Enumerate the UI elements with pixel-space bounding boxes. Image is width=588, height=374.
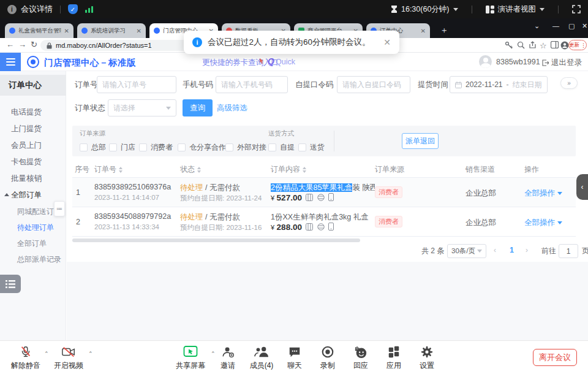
pickup-code-input[interactable] (337, 76, 410, 93)
order-price: ¥ 527.00 (271, 193, 334, 202)
page-size-select[interactable]: 30条/页 (447, 244, 486, 258)
apps-button[interactable]: 应用 (380, 345, 408, 371)
list-icon: ≔ (56, 205, 62, 212)
col-status[interactable]: 状态 (180, 161, 201, 178)
goto-page-input[interactable] (559, 244, 578, 258)
next-page-icon[interactable]: › (526, 246, 528, 254)
source-badge-wrap: 消费者 (375, 186, 402, 198)
browser-update-button[interactable]: 更新 ⋮ (568, 40, 587, 50)
dispatch-return-button[interactable]: 派单退回 (402, 133, 439, 149)
members-icon (254, 345, 270, 359)
sidebar-item-batch-verify[interactable]: 批量核销 (0, 170, 66, 187)
sidebar-item-member-visit[interactable]: 会员上门 (0, 137, 66, 154)
meeting-top-bar: i 会议详情 ✓ 16:30(60分钟) 演讲者视图 (0, 0, 588, 18)
meeting-detail-link[interactable]: 会议详情 (21, 4, 53, 15)
search-button[interactable]: 查询 (183, 99, 213, 116)
camera-off-icon (61, 345, 76, 359)
tab-close-icon[interactable]: ✕ (64, 28, 69, 34)
chat-button[interactable]: 聊天 (281, 345, 309, 371)
sort-icon[interactable] (119, 167, 123, 173)
current-page[interactable]: 1 (510, 246, 514, 254)
row-action-dropdown[interactable]: 全部操作 (524, 218, 562, 228)
sidebar-handle-toggle[interactable]: ≔ (54, 201, 65, 216)
browser-tab-1[interactable]: 礼盒营销平台管理中心 ✕ (5, 23, 74, 38)
reload-icon[interactable]: ↻ (31, 40, 37, 49)
table-horizontal-scrollbar[interactable] (72, 239, 360, 242)
mobile-phone-icon (328, 223, 334, 231)
table-row: 1 83859389251069376a 2023-11-21 14:14:07… (72, 178, 576, 207)
sidebar-item-phone-pickup[interactable]: 电话提货 (0, 104, 66, 121)
browser-tab-2[interactable]: 系统培训学习 ✕ (77, 23, 146, 38)
coupon-grid-icon (306, 194, 313, 201)
sort-icon[interactable] (303, 167, 306, 173)
browser-profile-icon[interactable] (560, 41, 569, 51)
view-mode-dropdown[interactable]: 演讲者视图 (486, 4, 545, 15)
right-panel-handle[interactable]: ‹ (576, 174, 588, 200)
share-screen-button[interactable]: 共享屏幕 (172, 345, 209, 371)
meeting-security-shield-icon[interactable]: ✓ (68, 4, 78, 14)
back-icon[interactable]: ← (6, 40, 14, 49)
record-button[interactable]: 录制 (312, 345, 343, 371)
filter-collapse-pill[interactable]: » (560, 77, 578, 89)
password-key-icon[interactable] (505, 41, 513, 50)
speaker-view-icon (486, 6, 494, 13)
start-video-button[interactable]: 开启视频 (49, 345, 88, 371)
side-panel-icon[interactable] (551, 41, 559, 50)
sidebar-item-door-pickup[interactable]: 上门提货 (0, 121, 66, 137)
meeting-timer-dropdown[interactable]: 16:30(60分钟) (391, 4, 458, 15)
pickup-date-range[interactable]: 2022-11-21 - 结束日期 (450, 76, 548, 93)
col-channel: 销售渠道 (466, 161, 495, 178)
meeting-list-widget[interactable] (0, 275, 21, 293)
col-content[interactable]: 订单内容 (271, 161, 306, 178)
mute-options-caret[interactable]: ⌃ (44, 351, 49, 357)
checkbox-hq[interactable]: 总部 (80, 142, 106, 153)
checkbox-consumer[interactable]: 消费者 (139, 142, 173, 153)
video-options-caret[interactable]: ⌃ (88, 351, 93, 357)
tab-close-icon[interactable]: ✕ (421, 28, 426, 34)
window-maximize-button[interactable]: ▢ (568, 22, 575, 30)
quick-label[interactable]: Quick (276, 58, 295, 66)
kebab-menu-icon: ⋮ (581, 42, 586, 48)
phone-input[interactable] (216, 76, 288, 93)
forward-icon[interactable]: → (18, 40, 26, 49)
end-date-placeholder: 结束日期 (513, 80, 542, 90)
sidebar-item-card-pickup[interactable]: 卡包提货 (0, 154, 66, 170)
invite-button[interactable]: 邀请 (214, 345, 241, 371)
share-icon[interactable] (529, 41, 537, 50)
order-no-input[interactable] (97, 76, 176, 93)
reactions-button[interactable]: 回应 (347, 345, 375, 371)
unmute-button[interactable]: 解除静音 (6, 345, 45, 371)
checkbox-external[interactable]: 外部对接 (225, 142, 266, 153)
tab-close-icon[interactable]: ✕ (137, 28, 141, 34)
sidebar-subitem-pending-orders[interactable]: 待处理订单 (0, 219, 66, 235)
advanced-filter-link[interactable]: 高级筛选 (217, 99, 247, 116)
order-status-label: 订单状态 (75, 99, 105, 116)
bookmark-star-icon[interactable]: ☆ (540, 41, 547, 50)
settings-button[interactable]: 设置 (413, 345, 441, 371)
logout-button[interactable]: 退出登录 (542, 58, 582, 68)
sidebar-collapse-button[interactable] (0, 53, 21, 71)
new-tab-button[interactable]: ＋ (440, 26, 448, 34)
chevron-down-icon (557, 192, 562, 195)
checkbox-warehouse-share[interactable]: 仓分享合作 (178, 142, 226, 153)
col-order-no[interactable]: 订单号 (94, 161, 123, 178)
window-minimize-button[interactable]: — (552, 22, 559, 29)
order-created-time: 2023-11-21 14:14:07 (94, 194, 159, 201)
sidebar-subitem-hq-dispatch-log[interactable]: 总部派单记录 (0, 251, 66, 267)
order-status-select[interactable]: 请选择 (108, 99, 176, 116)
members-button[interactable]: 成员(4) (244, 345, 279, 371)
checkbox-delivery[interactable]: 送货 (298, 142, 325, 153)
range-separator: - (507, 80, 509, 89)
fullscreen-icon[interactable] (572, 5, 581, 13)
prev-page-icon[interactable]: ‹ (494, 246, 496, 254)
sidebar-subitem-all-orders[interactable]: 全部订单 (0, 235, 66, 251)
leave-meeting-button[interactable]: 离开会议 (533, 349, 577, 366)
window-close-button[interactable]: ✕ (582, 22, 587, 30)
toast-close-icon[interactable]: ✕ (383, 37, 391, 47)
checkbox-self-pickup[interactable]: 自提 (268, 142, 295, 153)
sort-icon[interactable] (197, 167, 201, 173)
row-action-dropdown[interactable]: 全部操作 (524, 188, 562, 199)
tab-search-icon[interactable]: ⌄ (534, 22, 540, 30)
checkbox-store[interactable]: 门店 (109, 142, 135, 153)
zoom-icon[interactable] (517, 41, 525, 50)
